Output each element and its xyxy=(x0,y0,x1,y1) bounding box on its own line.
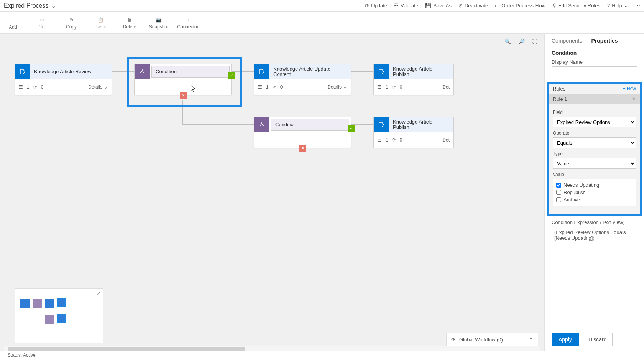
more-button[interactable]: ⋯ xyxy=(635,3,640,8)
validate-button[interactable]: ☲Validate xyxy=(394,3,418,8)
checkbox[interactable] xyxy=(556,190,561,195)
paste-button[interactable]: 📋Paste xyxy=(91,17,110,30)
horizontal-scrollbar[interactable] xyxy=(4,346,540,351)
delete-icon: 🗑 xyxy=(127,17,132,23)
properties-panel: Components Properties Condition Display … xyxy=(544,34,644,351)
true-branch-icon: ✓ xyxy=(348,125,355,132)
display-name-input[interactable] xyxy=(552,66,637,77)
checkbox[interactable] xyxy=(556,183,561,188)
node-title: Condition xyxy=(151,66,230,78)
value-option-needs-updating[interactable]: Needs Updating xyxy=(556,181,632,189)
field-select[interactable]: Expired Review Options xyxy=(553,117,636,127)
status-text: Status: Active xyxy=(8,352,36,358)
cut-button[interactable]: ✂Cut xyxy=(33,17,51,30)
value-option-republish[interactable]: Republish xyxy=(556,189,632,196)
chevron-down-icon: ⌄ xyxy=(624,3,628,8)
connector-line xyxy=(182,124,254,125)
close-icon[interactable]: ✕ xyxy=(632,96,636,102)
false-branch-icon: ✕ xyxy=(180,92,187,99)
rules-section: Rules + New Rule 1 ✕ Field Expired Revie… xyxy=(547,82,642,216)
add-button[interactable]: ＋Add xyxy=(4,16,22,30)
tab-components[interactable]: Components xyxy=(552,38,582,44)
fit-icon[interactable]: ⛶ xyxy=(532,38,539,45)
checklist-icon: ☲ xyxy=(394,3,399,8)
operator-label: Operator xyxy=(553,130,636,136)
details-toggle[interactable]: Det xyxy=(442,137,450,143)
true-branch-icon: ✓ xyxy=(228,72,235,79)
global-workflow-bar[interactable]: ⟳ Global Workflow (0) ⌃ xyxy=(446,333,538,346)
details-toggle[interactable]: Det xyxy=(442,84,450,90)
chevron-down-icon: ⌄ xyxy=(343,84,347,90)
loop-icon: ⟳ xyxy=(392,137,396,143)
canvas[interactable]: 🔍 🔎 ⛶ Knowledge Article Review ☰1 ⟳ xyxy=(0,34,544,351)
process-title-text: Expired Process xyxy=(4,2,49,9)
stage-icon xyxy=(374,117,389,132)
chevron-up-icon: ⌃ xyxy=(529,337,533,343)
details-toggle[interactable]: Details⌄ xyxy=(327,84,347,90)
checkbox[interactable] xyxy=(556,197,561,202)
condition-node-1[interactable]: Condition ✓ ✕ xyxy=(134,64,232,95)
expression-textarea: (Expired Review Options Equals [Needs Up… xyxy=(552,227,637,248)
update-button[interactable]: ⟳Update xyxy=(365,3,387,8)
new-rule-button[interactable]: + New xyxy=(623,86,636,92)
cut-icon: ✂ xyxy=(40,17,44,23)
node-title: Condition xyxy=(271,119,349,131)
loop-icon: ⟳ xyxy=(392,84,396,90)
value-options: Needs Updating Republish Archive xyxy=(553,179,636,206)
condition-icon xyxy=(254,117,269,132)
connector-icon: ⇢ xyxy=(186,17,190,23)
save-as-button[interactable]: 💾Save As xyxy=(425,3,452,8)
chevron-down-icon: ⌄ xyxy=(104,84,108,90)
expression-label: Condition Expression (Text View) xyxy=(552,219,637,225)
stage-node-publish-1[interactable]: Knowledge Article Publish ☰1 ⟳0 Det xyxy=(373,64,454,95)
refresh-icon: ⟳ xyxy=(365,3,369,8)
false-branch-icon: ✕ xyxy=(299,145,306,152)
paste-icon: 📋 xyxy=(98,17,104,23)
node-title: Knowledge Article Publish xyxy=(389,64,453,79)
minimap-node xyxy=(57,298,66,307)
loop-icon: ⟳ xyxy=(33,84,37,90)
details-toggle[interactable]: Details⌄ xyxy=(88,84,108,90)
help-button[interactable]: ?Help⌄ xyxy=(607,3,628,8)
steps-icon: ☰ xyxy=(378,84,382,90)
node-title: Knowledge Article Update Content xyxy=(269,64,351,79)
copy-button[interactable]: ⧉Copy xyxy=(62,17,80,30)
delete-button[interactable]: 🗑Delete xyxy=(120,17,139,30)
steps-icon: ☰ xyxy=(258,84,262,90)
connector-line xyxy=(182,100,183,124)
zoom-out-icon[interactable]: 🔎 xyxy=(518,38,525,45)
connector-line xyxy=(112,71,134,72)
node-title: Knowledge Article Review xyxy=(30,64,112,79)
connector-line xyxy=(351,71,373,72)
steps-icon: ☰ xyxy=(378,137,382,143)
discard-button[interactable]: Discard xyxy=(583,333,612,346)
snapshot-button[interactable]: 📷Snapshot xyxy=(150,17,168,30)
type-label: Type xyxy=(553,151,636,156)
ribbon-toolbar: ＋Add ✂Cut ⧉Copy 📋Paste 🗑Delete 📷Snapshot… xyxy=(0,12,644,34)
condition-node-2[interactable]: Condition ✓ ✕ xyxy=(254,117,351,148)
loop-icon: ⟳ xyxy=(273,84,276,90)
stage-icon xyxy=(374,64,389,79)
zoom-in-icon[interactable]: 🔍 xyxy=(504,38,511,45)
value-option-archive[interactable]: Archive xyxy=(556,196,632,203)
stage-node-review[interactable]: Knowledge Article Review ☰1 ⟳0 Details⌄ xyxy=(15,64,112,95)
order-flow-button[interactable]: ▭Order Process Flow xyxy=(495,3,545,8)
deactivate-button[interactable]: ⊘Deactivate xyxy=(458,3,488,8)
tab-properties[interactable]: Properties xyxy=(591,38,618,44)
help-icon: ? xyxy=(607,3,610,8)
operator-select[interactable]: Equals xyxy=(553,137,636,148)
apply-button[interactable]: Apply xyxy=(552,333,579,346)
order-icon: ▭ xyxy=(495,3,499,8)
expand-icon[interactable]: ⤢ xyxy=(96,290,101,296)
edit-security-button[interactable]: ⚲Edit Security Roles xyxy=(552,3,600,8)
stage-node-publish-2[interactable]: Knowledge Article Publish ☰1 ⟳0 Det xyxy=(373,117,454,148)
type-select[interactable]: Value xyxy=(553,158,636,169)
camera-icon: 📷 xyxy=(156,17,162,23)
connector-button[interactable]: ⇢Connector xyxy=(179,17,197,30)
minimap[interactable]: ⤢ xyxy=(15,288,104,343)
minimap-node xyxy=(33,299,42,308)
scroll-thumb[interactable] xyxy=(8,347,245,351)
stage-node-update-content[interactable]: Knowledge Article Update Content ☰1 ⟳0 D… xyxy=(254,64,351,95)
rule-header[interactable]: Rule 1 ✕ xyxy=(549,94,640,104)
process-title[interactable]: Expired Process ⌄ xyxy=(4,2,56,9)
